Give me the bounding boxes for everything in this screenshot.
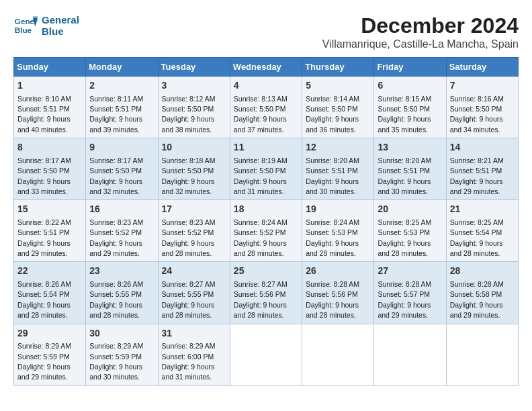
day-number: 29 (17, 327, 82, 340)
logo: General Blue GeneralBlue (13, 13, 79, 38)
calendar-cell (230, 324, 302, 385)
day-number: 30 (89, 327, 154, 340)
day-info: Sunrise: 8:13 AM Sunset: 5:50 PM Dayligh… (234, 95, 287, 134)
logo-icon: General Blue (13, 13, 38, 38)
day-number: 13 (378, 141, 442, 154)
day-info: Sunrise: 8:22 AM Sunset: 5:51 PM Dayligh… (17, 218, 71, 257)
calendar-cell: 21Sunrise: 8:25 AM Sunset: 5:54 PM Dayli… (446, 200, 518, 262)
calendar-cell: 13Sunrise: 8:20 AM Sunset: 5:51 PM Dayli… (374, 138, 446, 200)
day-info: Sunrise: 8:21 AM Sunset: 5:51 PM Dayligh… (450, 156, 504, 195)
day-number: 19 (306, 203, 370, 216)
column-header-monday: Monday (86, 58, 158, 77)
week-row-1: 1Sunrise: 8:10 AM Sunset: 5:51 PM Daylig… (14, 77, 519, 138)
day-info: Sunrise: 8:23 AM Sunset: 5:52 PM Dayligh… (162, 218, 216, 257)
day-number: 31 (162, 327, 226, 340)
day-number: 7 (450, 79, 515, 93)
day-number: 23 (89, 265, 154, 278)
day-info: Sunrise: 8:27 AM Sunset: 5:56 PM Dayligh… (234, 280, 287, 319)
calendar-cell: 28Sunrise: 8:28 AM Sunset: 5:58 PM Dayli… (446, 262, 518, 324)
day-number: 25 (234, 265, 298, 278)
week-row-4: 22Sunrise: 8:26 AM Sunset: 5:54 PM Dayli… (14, 262, 519, 324)
page-header: General Blue GeneralBlue December 2024 V… (13, 13, 519, 50)
day-info: Sunrise: 8:20 AM Sunset: 5:51 PM Dayligh… (306, 156, 359, 195)
day-info: Sunrise: 8:24 AM Sunset: 5:53 PM Dayligh… (306, 218, 359, 257)
day-number: 5 (306, 79, 370, 93)
logo-text: GeneralBlue (42, 14, 79, 37)
calendar-cell: 10Sunrise: 8:18 AM Sunset: 5:50 PM Dayli… (158, 138, 230, 200)
day-info: Sunrise: 8:23 AM Sunset: 5:52 PM Dayligh… (89, 218, 143, 257)
calendar-cell: 20Sunrise: 8:25 AM Sunset: 5:53 PM Dayli… (374, 200, 446, 262)
day-info: Sunrise: 8:28 AM Sunset: 5:57 PM Dayligh… (378, 280, 431, 319)
calendar-cell: 8Sunrise: 8:17 AM Sunset: 5:50 PM Daylig… (14, 138, 86, 200)
day-info: Sunrise: 8:25 AM Sunset: 5:54 PM Dayligh… (450, 218, 504, 257)
column-header-friday: Friday (374, 58, 446, 77)
day-number: 4 (234, 79, 298, 93)
day-number: 20 (378, 203, 442, 216)
calendar-cell: 11Sunrise: 8:19 AM Sunset: 5:50 PM Dayli… (230, 138, 302, 200)
day-number: 2 (89, 79, 154, 93)
day-info: Sunrise: 8:29 AM Sunset: 5:59 PM Dayligh… (17, 342, 71, 381)
calendar-cell: 6Sunrise: 8:15 AM Sunset: 5:50 PM Daylig… (374, 77, 446, 138)
calendar-cell (446, 324, 518, 385)
calendar-cell: 1Sunrise: 8:10 AM Sunset: 5:51 PM Daylig… (14, 77, 86, 138)
day-info: Sunrise: 8:17 AM Sunset: 5:50 PM Dayligh… (17, 156, 71, 195)
day-info: Sunrise: 8:25 AM Sunset: 5:53 PM Dayligh… (378, 218, 431, 257)
calendar-cell: 2Sunrise: 8:11 AM Sunset: 5:51 PM Daylig… (86, 77, 158, 138)
calendar-cell: 22Sunrise: 8:26 AM Sunset: 5:54 PM Dayli… (14, 262, 86, 324)
calendar-cell: 31Sunrise: 8:29 AM Sunset: 6:00 PM Dayli… (158, 324, 230, 385)
day-info: Sunrise: 8:17 AM Sunset: 5:50 PM Dayligh… (89, 156, 143, 195)
calendar-cell: 14Sunrise: 8:21 AM Sunset: 5:51 PM Dayli… (446, 138, 518, 200)
day-number: 6 (378, 79, 442, 93)
calendar-cell: 12Sunrise: 8:20 AM Sunset: 5:51 PM Dayli… (302, 138, 374, 200)
day-number: 18 (234, 203, 298, 216)
column-header-sunday: Sunday (14, 58, 86, 77)
day-info: Sunrise: 8:29 AM Sunset: 5:59 PM Dayligh… (89, 342, 143, 381)
calendar-cell: 23Sunrise: 8:26 AM Sunset: 5:55 PM Dayli… (86, 262, 158, 324)
day-info: Sunrise: 8:18 AM Sunset: 5:50 PM Dayligh… (162, 156, 216, 195)
day-info: Sunrise: 8:27 AM Sunset: 5:55 PM Dayligh… (162, 280, 216, 319)
svg-text:Blue: Blue (15, 26, 32, 34)
calendar-cell (374, 324, 446, 385)
calendar-cell: 17Sunrise: 8:23 AM Sunset: 5:52 PM Dayli… (158, 200, 230, 262)
day-info: Sunrise: 8:26 AM Sunset: 5:54 PM Dayligh… (17, 280, 71, 319)
day-number: 27 (378, 265, 442, 278)
week-row-3: 15Sunrise: 8:22 AM Sunset: 5:51 PM Dayli… (14, 200, 519, 262)
column-header-saturday: Saturday (446, 58, 518, 77)
calendar-table: SundayMondayTuesdayWednesdayThursdayFrid… (13, 57, 519, 386)
calendar-cell: 25Sunrise: 8:27 AM Sunset: 5:56 PM Dayli… (230, 262, 302, 324)
day-info: Sunrise: 8:12 AM Sunset: 5:50 PM Dayligh… (162, 95, 216, 134)
day-info: Sunrise: 8:14 AM Sunset: 5:50 PM Dayligh… (306, 95, 359, 134)
calendar-cell: 18Sunrise: 8:24 AM Sunset: 5:52 PM Dayli… (230, 200, 302, 262)
day-number: 8 (17, 141, 82, 154)
calendar-cell: 16Sunrise: 8:23 AM Sunset: 5:52 PM Dayli… (86, 200, 158, 262)
day-number: 28 (450, 265, 515, 278)
calendar-cell: 26Sunrise: 8:28 AM Sunset: 5:56 PM Dayli… (302, 262, 374, 324)
day-number: 15 (17, 203, 82, 216)
calendar-title: December 2024 (322, 13, 519, 38)
calendar-cell: 19Sunrise: 8:24 AM Sunset: 5:53 PM Dayli… (302, 200, 374, 262)
calendar-cell: 4Sunrise: 8:13 AM Sunset: 5:50 PM Daylig… (230, 77, 302, 138)
day-info: Sunrise: 8:10 AM Sunset: 5:51 PM Dayligh… (17, 95, 71, 134)
calendar-cell: 7Sunrise: 8:16 AM Sunset: 5:50 PM Daylig… (446, 77, 518, 138)
calendar-cell: 9Sunrise: 8:17 AM Sunset: 5:50 PM Daylig… (86, 138, 158, 200)
calendar-cell: 30Sunrise: 8:29 AM Sunset: 5:59 PM Dayli… (86, 324, 158, 385)
calendar-cell: 3Sunrise: 8:12 AM Sunset: 5:50 PM Daylig… (158, 77, 230, 138)
calendar-cell: 29Sunrise: 8:29 AM Sunset: 5:59 PM Dayli… (14, 324, 86, 385)
day-info: Sunrise: 8:19 AM Sunset: 5:50 PM Dayligh… (234, 156, 287, 195)
day-number: 22 (17, 265, 82, 278)
column-header-thursday: Thursday (302, 58, 374, 77)
day-info: Sunrise: 8:28 AM Sunset: 5:56 PM Dayligh… (306, 280, 359, 319)
day-number: 11 (234, 141, 298, 154)
column-header-tuesday: Tuesday (158, 58, 230, 77)
day-number: 12 (306, 141, 370, 154)
day-number: 21 (450, 203, 515, 216)
day-info: Sunrise: 8:11 AM Sunset: 5:51 PM Dayligh… (89, 95, 143, 134)
day-info: Sunrise: 8:29 AM Sunset: 6:00 PM Dayligh… (162, 342, 216, 381)
day-number: 26 (306, 265, 370, 278)
calendar-cell (302, 324, 374, 385)
day-number: 10 (162, 141, 226, 154)
week-row-5: 29Sunrise: 8:29 AM Sunset: 5:59 PM Dayli… (14, 324, 519, 385)
day-info: Sunrise: 8:16 AM Sunset: 5:50 PM Dayligh… (450, 95, 504, 134)
calendar-cell: 5Sunrise: 8:14 AM Sunset: 5:50 PM Daylig… (302, 77, 374, 138)
day-info: Sunrise: 8:28 AM Sunset: 5:58 PM Dayligh… (450, 280, 504, 319)
